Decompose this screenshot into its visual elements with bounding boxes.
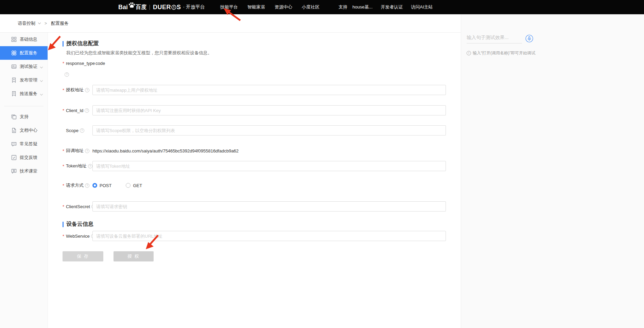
chevron-down-icon[interactable] <box>38 21 41 24</box>
radio-get[interactable] <box>126 183 130 188</box>
top-bar: Bai 百度 DUER S · 开放平台 技能平台 智能家居 <box>0 0 644 14</box>
field-label: Client_Id <box>66 108 83 113</box>
nav-xiaodu-community[interactable]: 小度社区 <box>302 4 319 10</box>
chat-dots-icon <box>11 141 17 147</box>
voice-test-panel: 输入“打开(调用名称)”即可开始调试 <box>461 14 644 328</box>
top-right-navigation: house墓... 开发者认证 访问AI主站 <box>352 0 433 14</box>
sidebar-item-label: 常见答疑 <box>20 141 37 147</box>
nav-developer-certification[interactable]: 开发者认证 <box>381 4 403 10</box>
nav-support[interactable]: 支持 <box>338 4 347 10</box>
info-icon <box>467 51 471 55</box>
breadcrumb-current-page: 配置服务 <box>51 20 69 26</box>
top-navigation: 技能平台 智能家居 资源中心 小度社区 支持 <box>220 0 347 14</box>
sidebar-item-label: 测试验证 <box>20 63 37 70</box>
sidebar-item-test-verify[interactable]: 测试验证 <box>0 60 48 73</box>
test-card-icon <box>11 64 17 69</box>
field-label: 回调地址 <box>66 148 84 154</box>
sidebar-item-label: 技术课堂 <box>20 168 37 174</box>
sidebar-item-label: 推送服务 <box>20 91 37 97</box>
sidebar-divider <box>4 106 43 106</box>
nav-visit-ai-site[interactable]: 访问AI主站 <box>411 4 433 10</box>
chevron-down-icon[interactable] <box>40 66 43 68</box>
form-row-webservice: WebService <box>63 231 446 241</box>
sidebar-link-support[interactable]: 支持 <box>0 110 48 124</box>
section-description: 我们已经为您生成智能家居类技能交互模型，您只需要授权相应设备信息。 <box>66 50 212 56</box>
nav-smart-home[interactable]: 智能家居 <box>247 4 265 10</box>
auth-url-input[interactable] <box>92 85 446 95</box>
form-row-request-method: 请求方式 POST GET <box>63 182 142 188</box>
sidebar-item-label: 发布管理 <box>20 77 37 83</box>
test-sentence-input[interactable] <box>467 33 522 43</box>
document-icon <box>11 128 17 133</box>
callback-url-value: https://xiaodu.baidu.com/saiya/auth/7546… <box>92 148 239 153</box>
sidebar-link-feedback[interactable]: 提交反馈 <box>0 151 48 164</box>
help-question-icon[interactable] <box>88 164 92 168</box>
breadcrumb-skill-name[interactable]: 语音控制 <box>18 20 35 26</box>
sidebar-link-doc-center[interactable]: 文档中心 <box>0 124 48 137</box>
field-label: ClientSecret <box>66 204 90 209</box>
radio-post-selected[interactable] <box>92 183 97 188</box>
chat-person-icon <box>11 168 17 174</box>
bookmark-plus-icon <box>11 91 17 96</box>
required-asterisk <box>63 88 65 93</box>
help-question-icon[interactable] <box>85 183 89 188</box>
required-asterisk <box>63 234 65 239</box>
main-content: 授权信息配置 我们已经为您生成智能家居类技能交互模型，您只需要授权相应设备信息。… <box>48 33 460 328</box>
user-account-menu[interactable]: house墓... <box>352 4 372 10</box>
baidu-dueros-logo[interactable]: Bai 百度 DUER S · 开放平台 <box>118 0 205 14</box>
help-question-icon[interactable] <box>65 72 69 77</box>
section-accent-bar <box>63 222 64 227</box>
breadcrumb-bar: 语音控制 > 配置服务 <box>0 14 461 33</box>
grid-icon <box>11 37 17 42</box>
required-asterisk <box>63 61 65 66</box>
client-secret-input[interactable] <box>92 201 446 212</box>
required-asterisk <box>63 108 65 113</box>
field-label: WebService <box>66 234 90 239</box>
sidebar-link-tech-class[interactable]: 技术课堂 <box>0 164 48 178</box>
bookmark-plus-icon <box>11 77 17 83</box>
baidu-paw-icon <box>128 2 135 10</box>
webservice-url-input[interactable] <box>92 231 446 241</box>
scope-input[interactable] <box>92 125 446 135</box>
logo-bai-text: Bai <box>118 4 128 11</box>
breadcrumb: 语音控制 > 配置服务 <box>18 20 69 26</box>
help-question-icon[interactable] <box>85 88 89 92</box>
sidebar-item-push-service[interactable]: 推送服务 <box>0 87 48 101</box>
sidebar-item-publish-manage[interactable]: 发布管理 <box>0 73 48 87</box>
field-label: Scope <box>66 128 79 133</box>
test-hint-text: 输入“打开(调用名称)”即可开始调试 <box>473 50 535 56</box>
section-accent-bar <box>63 41 64 47</box>
microphone-icon[interactable] <box>525 35 533 42</box>
field-label: 授权地址 <box>66 87 84 93</box>
logo-s-text: S <box>177 4 181 11</box>
sidebar-item-config-service[interactable]: 配置服务 <box>0 46 48 60</box>
sidebar: 基础信息 配置服务 测试验证 发布管理 <box>0 33 48 328</box>
sidebar-link-faq[interactable]: 常见答疑 <box>0 137 48 151</box>
radio-label-get[interactable]: GET <box>133 183 142 188</box>
copy-icon <box>11 114 17 120</box>
help-question-icon[interactable] <box>85 108 89 113</box>
sidebar-item-basic-info[interactable]: 基础信息 <box>0 33 48 46</box>
chevron-down-icon[interactable] <box>40 93 43 95</box>
form-row-auth-url: 授权地址 <box>63 85 446 95</box>
save-button[interactable]: 保 存 <box>63 251 103 261</box>
sidebar-item-label: 基础信息 <box>20 36 37 42</box>
logo-open-platform-text: · 开放平台 <box>183 4 205 10</box>
form-row-scope: Scope <box>63 125 446 135</box>
client-id-input[interactable] <box>92 105 446 115</box>
checkbox-check-icon <box>11 155 17 160</box>
required-asterisk <box>63 204 65 209</box>
breadcrumb-separator: > <box>45 21 47 26</box>
nav-skill-platform[interactable]: 技能平台 <box>220 4 238 10</box>
help-question-icon[interactable] <box>80 128 84 133</box>
token-url-input[interactable] <box>92 161 446 171</box>
section-header-auth-info: 授权信息配置 <box>63 40 99 47</box>
logo-duer-text: DUER <box>153 4 171 11</box>
logo-baidu-text: 百度 <box>136 4 146 11</box>
radio-label-post[interactable]: POST <box>100 183 111 188</box>
chevron-down-icon[interactable] <box>40 79 43 82</box>
sidebar-item-label: 支持 <box>20 114 29 120</box>
authorize-button[interactable]: 授 权 <box>114 251 154 261</box>
nav-resource-center[interactable]: 资源中心 <box>275 4 292 10</box>
help-question-icon[interactable] <box>85 149 89 153</box>
